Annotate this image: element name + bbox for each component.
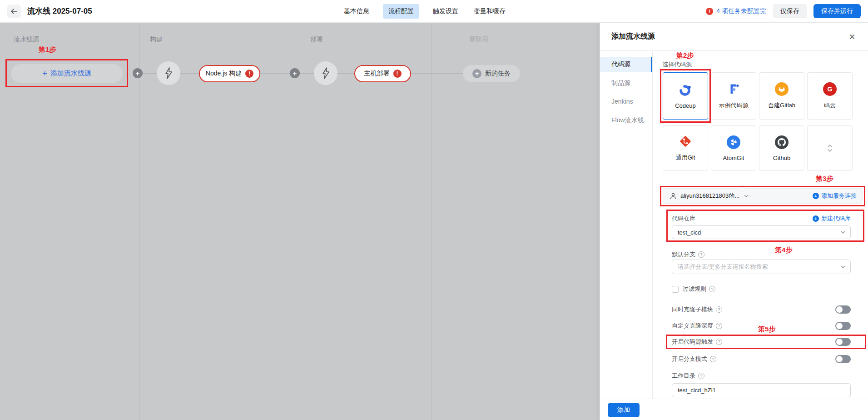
stage-title-deploy: 部署	[310, 35, 323, 44]
annotation-step2: 第2步	[676, 51, 694, 60]
add-source-panel: 添加流水线源 ✕ 代码源 制品源 Jenkins Flow流水线 第2步 选择代…	[600, 23, 868, 420]
nav-item-jenkins[interactable]: Jenkins	[600, 94, 652, 109]
new-repo-link[interactable]: + 新建代码库	[813, 215, 851, 223]
annotation-step5: 第5步	[758, 325, 775, 334]
workdir-label-row: 工作目录 ?	[672, 371, 851, 380]
back-arrow-icon	[10, 8, 18, 15]
source-card-more[interactable]	[807, 125, 853, 171]
plus-circle-icon: +	[813, 193, 819, 199]
trigger-node[interactable]	[157, 61, 180, 85]
connector-line	[260, 73, 354, 74]
topbar: 流水线 2025-07-05 基本信息 流程配置 触发设置 变量和缓存 ! 4 …	[0, 0, 868, 23]
help-icon[interactable]: ?	[716, 306, 722, 313]
chevron-down-icon	[840, 230, 846, 235]
stage-title-build: 构建	[150, 35, 163, 44]
plus-icon: +	[472, 69, 481, 78]
source-card-label: Github	[773, 155, 790, 161]
plus-icon: +	[42, 70, 47, 78]
new-repo-label: 新建代码库	[821, 215, 851, 223]
task-host-deploy[interactable]: 主机部署 !	[354, 65, 411, 82]
source-card-gitee[interactable]: G 码云	[807, 72, 853, 120]
help-icon[interactable]: ?	[698, 373, 704, 379]
workdir-input[interactable]	[672, 383, 851, 397]
toggle-label: 开启分支模式	[672, 355, 707, 363]
nav-item-flow-pipeline[interactable]: Flow流水线	[600, 113, 652, 128]
lightning-icon	[164, 67, 173, 79]
source-card-label: 码云	[824, 101, 836, 110]
panel-header: 添加流水线源 ✕	[600, 23, 868, 51]
tab-process-config[interactable]: 流程配置	[383, 4, 419, 19]
person-icon	[670, 192, 677, 200]
add-pipeline-source-label: 添加流水线源	[50, 69, 91, 78]
annotation-step3: 第3步	[816, 175, 833, 183]
default-branch-select[interactable]: 请选择分支/更多分支请按名称搜索	[672, 260, 851, 274]
source-trigger-toggle[interactable]	[835, 338, 851, 346]
help-icon[interactable]: ?	[709, 286, 715, 292]
stage-title-new: 新阶段	[470, 35, 489, 44]
help-icon[interactable]: ?	[716, 323, 722, 329]
chevron-down-icon	[840, 264, 846, 270]
add-stage-button[interactable]: +	[133, 68, 143, 78]
service-connection-bar[interactable]: aliyun3168121803的... + 添加服务连接	[663, 188, 863, 204]
app-root: 流水线 2025-07-05 基本信息 流程配置 触发设置 变量和缓存 ! 4 …	[0, 0, 868, 420]
filter-rule-row: 过滤规则 ?	[672, 285, 851, 294]
source-card-atomgit[interactable]: AtomGit	[711, 125, 756, 171]
panel-content: 第2步 选择代码源 Codeup 示例代码源	[661, 51, 868, 399]
add-pipeline-source-button[interactable]: + 添加流水线源	[11, 64, 123, 83]
atomgit-icon	[727, 135, 740, 149]
back-button[interactable]	[7, 5, 21, 18]
workdir-label: 工作目录	[672, 372, 695, 380]
stage-title-source: 流水线源	[14, 35, 39, 44]
lightning-icon	[321, 67, 330, 79]
codeup-icon	[679, 83, 692, 97]
branch-placeholder: 请选择分支/更多分支请按名称搜索	[678, 263, 768, 271]
chevron-down-icon	[744, 193, 749, 199]
unconfigured-tasks-alert[interactable]: ! 4 项任务未配置完	[706, 7, 766, 15]
new-task-button[interactable]: + 新的任务	[463, 65, 520, 82]
source-card-github[interactable]: Github	[759, 125, 804, 171]
source-grid: Codeup 示例代码源 自建Gitlab	[663, 72, 853, 171]
clone-submodules-toggle[interactable]	[835, 305, 851, 314]
source-card-label: 示例代码源	[719, 101, 749, 110]
tab-basic-info[interactable]: 基本信息	[342, 4, 371, 19]
source-card-label: 自建Gitlab	[768, 101, 795, 110]
toggle-row-branch-mode: 开启分支模式?	[672, 355, 851, 364]
service-connection-value: aliyun3168121803的...	[680, 192, 739, 200]
source-card-codeup[interactable]: Codeup	[663, 72, 708, 120]
branch-label: 默认分支	[672, 250, 695, 259]
branch-mode-toggle[interactable]	[835, 355, 851, 363]
close-icon[interactable]: ✕	[846, 31, 857, 42]
toggle-row-source-trigger: 开启代码源触发?	[672, 337, 851, 346]
save-only-button[interactable]: 仅保存	[773, 4, 807, 18]
add-service-connection-link[interactable]: + 添加服务连接	[813, 192, 857, 200]
task-nodejs-build[interactable]: Node.js 构建 !	[199, 65, 260, 82]
repo-label-row: 代码仓库 + 新建代码库	[672, 214, 851, 223]
source-card-gitlab[interactable]: 自建Gitlab	[759, 72, 804, 120]
help-icon[interactable]: ?	[716, 339, 722, 345]
toggle-label: 自定义克隆深度	[672, 322, 713, 330]
topbar-tabs: 基本信息 流程配置 触发设置 变量和缓存	[342, 0, 507, 23]
page-title: 流水线 2025-07-05	[27, 6, 92, 16]
add-stage-button[interactable]: +	[290, 68, 300, 78]
choose-source-label: 选择代码源	[662, 60, 692, 69]
clone-depth-toggle[interactable]	[835, 322, 851, 330]
add-button[interactable]: 添加	[608, 403, 640, 417]
tab-trigger-settings[interactable]: 触发设置	[431, 4, 460, 19]
tab-variables-cache[interactable]: 变量和缓存	[472, 4, 507, 19]
task-label: Node.js 构建	[206, 70, 242, 78]
trigger-node[interactable]	[314, 61, 337, 85]
repo-select[interactable]: test_cicd	[672, 225, 851, 239]
nav-item-code-source[interactable]: 代码源	[600, 57, 652, 72]
branch-label-row: 默认分支 ?	[672, 250, 851, 259]
help-icon[interactable]: ?	[710, 356, 716, 362]
filter-rule-checkbox[interactable]	[672, 286, 679, 293]
source-card-sample[interactable]: 示例代码源	[711, 72, 756, 120]
toggle-label: 开启代码源触发	[672, 338, 713, 346]
stage-column-deploy	[295, 23, 432, 420]
panel-footer: 添加	[600, 399, 868, 420]
source-card-generic-git[interactable]: 通用Git	[663, 125, 708, 171]
save-and-run-button[interactable]: 保存并运行	[813, 4, 861, 18]
error-icon: !	[706, 8, 713, 15]
help-icon[interactable]: ?	[698, 251, 704, 258]
nav-item-artifact-source[interactable]: 制品源	[600, 75, 652, 90]
